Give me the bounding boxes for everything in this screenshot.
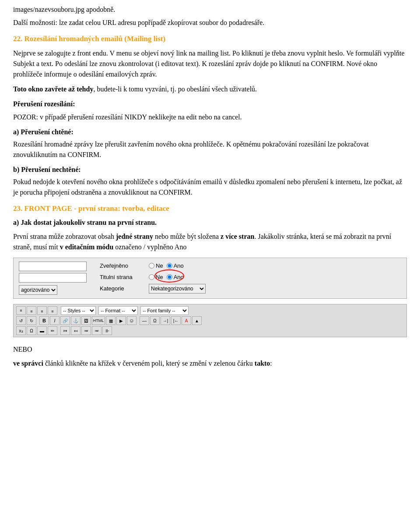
- align-center-icon: ≡: [30, 309, 32, 314]
- para2: Toto okno zavřete až tehdy, budete-li k …: [13, 84, 407, 94]
- toolbar-row-1: ≡ ≡ ≡ ≡ -- Styles -- -- Format -- -- Fon…: [16, 306, 404, 315]
- toolbar-row-2: ↺ ↻ B I 🔗 ⚓ 🖼 HTML ▦ ▶ ☺ — Ω →| |← A ▲: [16, 316, 404, 325]
- form-row-kategorie: Kategorie Nekategorizováno: [100, 284, 206, 293]
- para7-bold2: takto: [255, 360, 270, 367]
- para2-rest: , budete-li k tomu vyzváni, tj. po obesl…: [93, 85, 257, 93]
- kategorie-select[interactable]: Nekategorizováno: [149, 284, 206, 293]
- list1-btn[interactable]: ≔: [81, 326, 91, 335]
- form-input-1[interactable]: [19, 262, 87, 271]
- ne-titulni-label: Ne: [156, 273, 163, 282]
- styles-dropdown[interactable]: -- Styles --: [61, 306, 96, 315]
- line1: images/nazevsouboru.jpg apodobně.: [13, 4, 407, 15]
- radio-ne-input[interactable]: [149, 263, 154, 269]
- radio-group-zverejneno: Ne Ano: [149, 262, 184, 270]
- indent3-btn[interactable]: ↤: [71, 326, 80, 335]
- para6-bold1: jedné strany: [116, 233, 153, 240]
- bold-btn[interactable]: B: [39, 316, 49, 325]
- align-justify-icon: ≡: [51, 309, 53, 314]
- para7-end: :: [270, 360, 272, 367]
- radio-ano-titulni[interactable]: Ano: [167, 273, 184, 282]
- radio-ne-titulni-input[interactable]: [149, 274, 154, 280]
- section23-heading: 23. FRONT PAGE - první strana: tvorba, e…: [13, 203, 407, 214]
- form-select-row: agorizováno: [19, 285, 87, 295]
- para6: První strana může zobrazovat obsah jedné…: [13, 231, 407, 252]
- zverejneno-label: Zveřejněno: [100, 262, 144, 270]
- form-agorizovano-select[interactable]: agorizováno: [19, 285, 57, 295]
- ve-správci: ve správci: [13, 360, 43, 367]
- html-btn[interactable]: HTML: [92, 316, 105, 325]
- table-btn[interactable]: ▦: [106, 316, 116, 325]
- italic-btn[interactable]: I: [50, 316, 60, 325]
- link-btn[interactable]: 🔗: [60, 316, 70, 325]
- form-right-column: Zveřejněno Ne Ano Titulní strana Ne Ano: [100, 262, 206, 293]
- omega-btn[interactable]: Ω: [27, 326, 36, 335]
- indent-btn[interactable]: →|: [161, 316, 170, 325]
- form-left-column: agorizováno: [19, 262, 87, 295]
- indent2-btn[interactable]: ↦: [60, 326, 70, 335]
- align-right-icon: ≡: [41, 309, 43, 314]
- para6-start: První strana může zobrazovat obsah: [13, 233, 116, 240]
- align-justify-btn[interactable]: ≡: [48, 306, 57, 315]
- char-btn[interactable]: Ω: [150, 316, 160, 325]
- undo-btn[interactable]: ↺: [16, 316, 26, 325]
- edit-btn[interactable]: ✏: [48, 326, 57, 335]
- para2-bold: Toto okno zavřete až tehdy: [13, 85, 93, 93]
- line2: Další možnosti: lze zadat celou URL adre…: [13, 17, 407, 28]
- toolbar-area: ≡ ≡ ≡ ≡ -- Styles -- -- Format -- -- Fon…: [13, 304, 407, 337]
- heading-b: b) Přerušení nechtěné:: [13, 164, 407, 175]
- media-btn[interactable]: ▶: [116, 316, 126, 325]
- titulni-label: Titulní strana: [100, 273, 144, 282]
- image-btn[interactable]: 🖼: [81, 316, 91, 325]
- ne-label: Ne: [156, 262, 163, 270]
- outdent-btn[interactable]: |←: [171, 316, 181, 325]
- rule-btn[interactable]: ▬: [37, 326, 47, 335]
- form-area: agorizováno Zveřejněno Ne Ano Titulní st…: [13, 258, 407, 299]
- form-input-2[interactable]: [19, 273, 87, 283]
- radio-ano-titulni-input[interactable]: [167, 274, 172, 280]
- ano-titulni-label: Ano: [174, 273, 184, 282]
- para3: POZOR: v případě přerušení rozesílání NI…: [13, 112, 407, 122]
- form-row-zverejneno: Zveřejněno Ne Ano: [100, 262, 206, 270]
- list2-btn[interactable]: ≔: [92, 326, 102, 335]
- section22-heading: 22. Rozesílání hromadných emailů (Mailin…: [13, 33, 407, 45]
- para1-text: Nejprve se zalogujte z front endu. V men…: [13, 49, 405, 78]
- bg-color-btn[interactable]: ▲: [192, 316, 202, 325]
- align2-btn[interactable]: ⊪: [102, 326, 112, 335]
- para6-bold3: v editačním módu: [60, 243, 114, 251]
- kategorie-label: Kategorie: [100, 284, 144, 293]
- radio-group-titulni: Ne Ano: [149, 273, 184, 282]
- subscript-btn[interactable]: x₂: [16, 326, 26, 335]
- format-dropdown[interactable]: -- Format --: [98, 306, 138, 315]
- para4: Rozesílání hromadné zprávy lze přerušit …: [13, 139, 407, 160]
- para7-text: článků klikněte na křížek v červeném pol…: [43, 360, 255, 367]
- para6-bold2: z více stran: [220, 233, 254, 240]
- hr-btn[interactable]: —: [140, 316, 149, 325]
- ano-label: Ano: [174, 262, 184, 270]
- para7: ve správci článků klikněte na křížek v č…: [13, 358, 407, 369]
- radio-ano-input[interactable]: [167, 263, 172, 269]
- font-color-btn[interactable]: A: [182, 316, 191, 325]
- form-row-titulni: Titulní strana Ne Ano: [100, 273, 206, 282]
- align-right-btn[interactable]: ≡: [37, 306, 47, 315]
- radio-ne-zverejneno[interactable]: Ne: [149, 262, 163, 270]
- align-left-btn[interactable]: ≡: [16, 306, 26, 315]
- preruseni-heading: Přerušení rozesílání:: [13, 99, 407, 109]
- font-family-dropdown[interactable]: -- Font family --: [140, 306, 189, 315]
- para1: Nejprve se zalogujte z front endu. V men…: [13, 48, 407, 80]
- heading-jak: a) Jak dostat jakoukoliv stranu na první…: [13, 217, 407, 228]
- align-center-btn[interactable]: ≡: [27, 306, 36, 315]
- heading-a: a) Přerušení chtěné:: [13, 127, 407, 137]
- redo-btn[interactable]: ↻: [27, 316, 36, 325]
- toolbar-row-3: x₂ Ω ▬ ✏ ↦ ↤ ≔ ≔ ⊪: [16, 326, 404, 335]
- anchor-btn[interactable]: ⚓: [71, 316, 80, 325]
- para5: Pokud nedojde k otevření nového okna pro…: [13, 177, 407, 198]
- para6-mid: nebo může být složena: [153, 233, 220, 240]
- radio-ano-zverejneno[interactable]: Ano: [167, 262, 184, 270]
- align-left-icon: ≡: [20, 308, 22, 313]
- radio-ne-titulni[interactable]: Ne: [149, 273, 163, 282]
- para6-end2: označeno / vyplněno Ano: [113, 243, 186, 251]
- nebo-text: NEBO: [13, 344, 407, 355]
- emotion-btn[interactable]: ☺: [127, 316, 136, 325]
